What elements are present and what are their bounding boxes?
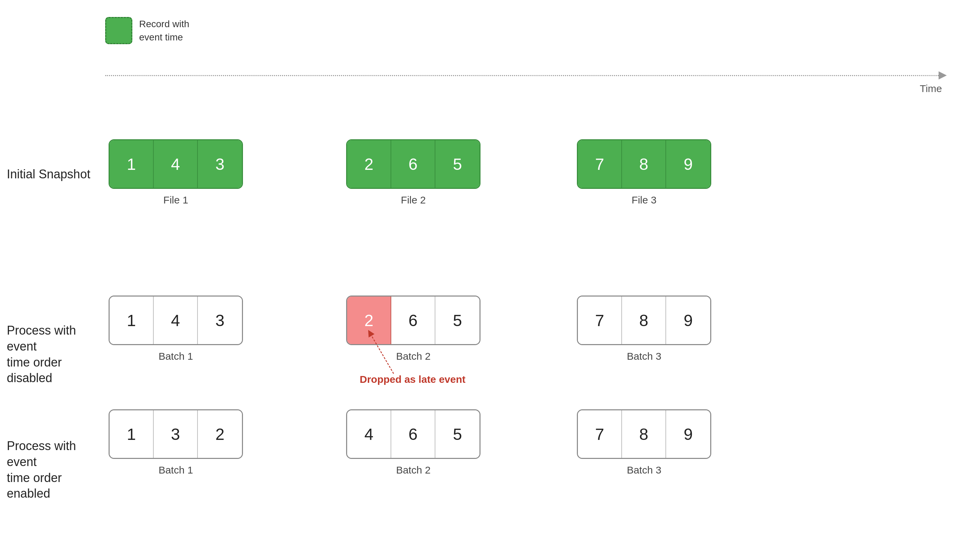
batch3-disabled-label: Batch 3 xyxy=(627,351,661,362)
diagram-container: Record with event time Time Initial Snap… xyxy=(0,0,980,535)
batch1-disabled-records: 1 4 3 xyxy=(108,295,243,345)
batch1-enabled-records: 1 3 2 xyxy=(108,409,243,459)
batch1-disabled-label: Batch 1 xyxy=(159,351,193,362)
file3-label: File 3 xyxy=(632,194,656,206)
file3-record-9: 9 xyxy=(666,140,710,188)
batch3-e-record-7: 7 xyxy=(578,410,622,458)
label-event-time-disabled: Process with eventtime order disabled xyxy=(7,323,102,386)
batch2-enabled-records: 4 6 5 xyxy=(346,409,480,459)
batch1-e-record-1: 1 xyxy=(110,410,154,458)
batch2-e-record-5: 5 xyxy=(435,410,479,458)
batch3-d-record-9: 9 xyxy=(666,297,710,344)
file1-record-3: 3 xyxy=(198,140,242,188)
legend: Record with event time xyxy=(105,17,189,44)
file1-group: 1 4 3 File 1 xyxy=(108,139,243,206)
file3-records: 7 8 9 xyxy=(577,139,711,189)
dropped-arrow-svg xyxy=(356,326,424,380)
batch2-d-record-5: 5 xyxy=(435,297,479,344)
file3-group: 7 8 9 File 3 xyxy=(577,139,711,206)
file2-record-6: 6 xyxy=(391,140,435,188)
file1-record-4: 4 xyxy=(154,140,198,188)
batch3-e-record-8: 8 xyxy=(622,410,666,458)
legend-line1: Record with xyxy=(139,19,189,29)
batch3-d-record-8: 8 xyxy=(622,297,666,344)
label-initial-snapshot: Initial Snapshot xyxy=(7,166,102,182)
file1-label: File 1 xyxy=(163,194,188,206)
legend-line2: event time xyxy=(139,32,183,43)
batch1-d-record-3: 3 xyxy=(198,297,242,344)
batch1-d-record-4: 4 xyxy=(154,297,198,344)
batch2-e-record-4: 4 xyxy=(347,410,391,458)
file3-record-8: 8 xyxy=(622,140,666,188)
batch2-enabled-label: Batch 2 xyxy=(396,464,431,476)
batch1-e-record-2: 2 xyxy=(198,410,242,458)
label-event-time-enabled: Process with eventtime order enabled xyxy=(7,438,102,502)
batch1-enabled-group: 1 3 2 Batch 1 xyxy=(108,409,243,476)
file2-record-2: 2 xyxy=(347,140,391,188)
batch1-d-record-1: 1 xyxy=(110,297,154,344)
batch2-e-record-6: 6 xyxy=(391,410,435,458)
batch1-enabled-label: Batch 1 xyxy=(159,464,193,476)
timeline-label: Time xyxy=(920,83,942,94)
file2-label: File 2 xyxy=(401,194,426,206)
file2-record-5: 5 xyxy=(435,140,479,188)
file3-record-7: 7 xyxy=(578,140,622,188)
svg-line-0 xyxy=(370,333,394,374)
file2-records: 2 6 5 xyxy=(346,139,480,189)
file1-record-1: 1 xyxy=(110,140,154,188)
legend-text: Record with event time xyxy=(139,17,189,44)
batch3-enabled-label: Batch 3 xyxy=(627,464,661,476)
timeline: Time xyxy=(105,71,947,80)
batch3-disabled-records: 7 8 9 xyxy=(577,295,711,345)
batch2-enabled-group: 4 6 5 Batch 2 xyxy=(346,409,480,476)
file2-group: 2 6 5 File 2 xyxy=(346,139,480,206)
batch3-enabled-group: 7 8 9 Batch 3 xyxy=(577,409,711,476)
timeline-line: Time xyxy=(105,75,939,76)
batch3-disabled-group: 7 8 9 Batch 3 xyxy=(577,295,711,362)
legend-record-box xyxy=(105,17,132,44)
batch1-e-record-3: 3 xyxy=(154,410,198,458)
batch3-enabled-records: 7 8 9 xyxy=(577,409,711,459)
batch3-e-record-9: 9 xyxy=(666,410,710,458)
batch3-d-record-7: 7 xyxy=(578,297,622,344)
file1-records: 1 4 3 xyxy=(108,139,243,189)
batch1-disabled-group: 1 4 3 Batch 1 xyxy=(108,295,243,362)
timeline-arrow-icon xyxy=(939,71,947,80)
